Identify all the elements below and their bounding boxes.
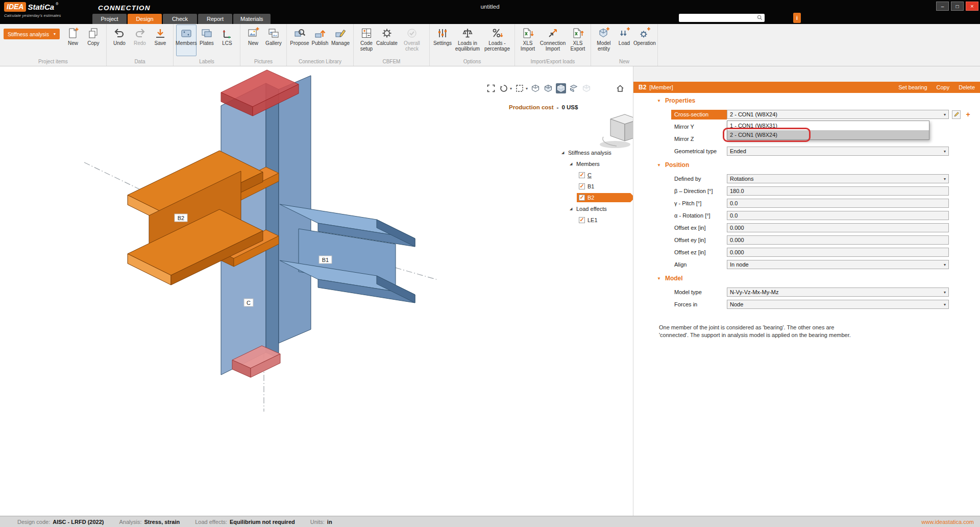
manage-button[interactable]: Manage: [330, 25, 351, 56]
3d-viewport[interactable]: B2 B1 C ▾ ▾: [0, 66, 633, 516]
section-position[interactable]: ▼ Position: [633, 157, 980, 173]
model-type-dropdown[interactable]: N-Vy-Vz-Mx-My-Mz ▾: [727, 288, 949, 297]
navigation-cube[interactable]: [600, 114, 633, 148]
edit-cross-section-button[interactable]: [952, 110, 961, 119]
tree-expander-icon[interactable]: ◢: [561, 151, 566, 155]
tree-item-member-b1[interactable]: ✓ B1: [561, 181, 633, 192]
add-cross-section-button[interactable]: +: [964, 110, 972, 119]
status-bar: Design code: AISC - LRFD (2022) Analysis…: [0, 516, 980, 527]
tab-design[interactable]: Design: [128, 14, 162, 24]
tab-project[interactable]: Project: [92, 14, 127, 24]
settings-button[interactable]: Settings: [432, 25, 453, 56]
labels-members-toggle[interactable]: Members: [176, 25, 197, 56]
new-picture-button[interactable]: New: [243, 25, 263, 56]
orbit-icon[interactable]: [499, 83, 509, 93]
defined-by-dropdown[interactable]: Rotations ▾: [727, 174, 949, 183]
cross-section-option-1[interactable]: 1 - CON1 (W8X31): [727, 121, 929, 130]
offset-ex-input[interactable]: 0.000: [727, 223, 949, 232]
loads-percentage-button[interactable]: Loads - percentage: [482, 25, 512, 56]
document-title: untitled: [480, 4, 499, 10]
website-link[interactable]: www.ideastatica.com: [921, 519, 974, 525]
analysis-type-dropdown[interactable]: Stiffness analysis▾: [4, 29, 60, 39]
calculate-button[interactable]: Calculate: [377, 25, 397, 56]
gamma-pitch-input[interactable]: 0.0: [727, 199, 949, 208]
home-view-icon[interactable]: [615, 83, 625, 93]
tab-check[interactable]: Check: [163, 14, 197, 24]
help-button[interactable]: i: [793, 13, 801, 23]
redo-button[interactable]: Redo: [130, 25, 150, 56]
view-transparent-icon[interactable]: [581, 83, 592, 93]
xls-import-button[interactable]: XLS Import: [518, 25, 538, 56]
overall-check-button[interactable]: Overall check: [397, 25, 427, 56]
tab-materials[interactable]: Materials: [233, 14, 271, 24]
cross-section-option-2[interactable]: 2 - CON1 (W8X24): [727, 130, 929, 139]
load-button[interactable]: Load: [614, 25, 634, 56]
view-plates-icon[interactable]: [569, 83, 579, 93]
beta-direction-input[interactable]: 180.0: [727, 186, 949, 196]
group-label: CBFEM: [356, 59, 427, 66]
checkbox-checked-icon[interactable]: ✓: [579, 183, 585, 189]
tree-expander-icon[interactable]: ◢: [570, 162, 574, 166]
geometrical-type-dropdown[interactable]: Ended ▾: [727, 147, 949, 156]
offset-ez-input[interactable]: 0.000: [727, 248, 949, 257]
view-wireframe-icon[interactable]: [530, 83, 541, 93]
minimize-button[interactable]: –: [936, 2, 949, 11]
maximize-button[interactable]: □: [951, 2, 964, 11]
tree-item-members[interactable]: ◢ Members: [561, 158, 633, 170]
code-setup-button[interactable]: Code setup: [356, 25, 377, 56]
checkbox-checked-icon[interactable]: ✓: [579, 217, 585, 223]
operation-button[interactable]: Operation: [634, 25, 655, 56]
selection-mode-icon[interactable]: [514, 83, 525, 93]
undo-button[interactable]: Undo: [109, 25, 130, 56]
set-bearing-button[interactable]: Set bearing: [898, 84, 927, 90]
status-units: Units: in: [310, 519, 332, 525]
section-collapse-icon[interactable]: ▼: [657, 163, 661, 167]
search-input[interactable]: [681, 15, 757, 21]
tab-report[interactable]: Report: [198, 14, 232, 24]
chevron-down-icon: ▾: [944, 302, 946, 307]
group-label: New: [594, 59, 655, 66]
model-entity-button[interactable]: Model entity: [594, 25, 614, 56]
search-box[interactable]: [679, 14, 765, 22]
propose-button[interactable]: Propose: [289, 25, 310, 56]
section-collapse-icon[interactable]: ▼: [657, 99, 661, 103]
publish-button[interactable]: Publish: [310, 25, 330, 56]
labels-lcs-toggle[interactable]: LCS: [217, 25, 237, 56]
forces-in-dropdown[interactable]: Node ▾: [727, 300, 949, 309]
xls-export-button[interactable]: XLS Export: [568, 25, 588, 56]
copy-member-button[interactable]: Copy: [937, 84, 950, 90]
chevron-down-icon[interactable]: ▾: [510, 86, 512, 91]
cross-section-dropdown[interactable]: 2 - CON1 (W8X24) ▾: [727, 110, 949, 119]
tree-item-member-b2-selected[interactable]: ✓ B2: [561, 192, 633, 203]
tree-item-stiffness-analysis[interactable]: ◢ Stiffness analysis: [561, 147, 633, 158]
view-solid-icon[interactable]: [556, 83, 566, 93]
delete-member-button[interactable]: Delete: [959, 84, 975, 90]
save-button[interactable]: Save: [150, 25, 170, 56]
checkbox-checked-icon[interactable]: ✓: [579, 195, 585, 201]
tree-item-le1[interactable]: ✓ LE1: [561, 214, 633, 226]
tree-item-load-effects[interactable]: ◢ Load effects: [561, 203, 633, 214]
section-properties[interactable]: ▼ Properties: [633, 93, 980, 108]
gallery-button[interactable]: Gallery: [263, 25, 284, 56]
new-project-item-button[interactable]: New: [63, 25, 83, 56]
loads-in-equilibrium-button[interactable]: Loads in equilibrium: [453, 25, 482, 56]
selected-item-highlight[interactable]: ✓ B2: [577, 193, 633, 202]
align-dropdown[interactable]: In node ▾: [727, 260, 949, 269]
checkbox-checked-icon[interactable]: ✓: [579, 172, 585, 178]
close-button[interactable]: ×: [966, 2, 978, 11]
chevron-down-icon[interactable]: ▾: [526, 86, 528, 91]
zoom-fit-icon[interactable]: [486, 83, 496, 93]
alpha-rotation-input[interactable]: 0.0: [727, 211, 949, 220]
tree-item-member-c[interactable]: ✓ C: [561, 170, 633, 181]
connection-import-button[interactable]: Connection Import: [538, 25, 568, 56]
view-shaded-edges-icon[interactable]: [543, 83, 553, 93]
row-gamma-pitch: γ - Pitch [°] 0.0: [633, 197, 980, 209]
tree-expander-icon[interactable]: ◢: [570, 207, 574, 211]
viewport-toolbar: ▾ ▾: [486, 83, 625, 93]
section-collapse-icon[interactable]: ▼: [657, 276, 661, 281]
copy-project-item-button[interactable]: Copy: [83, 25, 104, 56]
labels-plates-toggle[interactable]: Plates: [197, 25, 217, 56]
offset-ey-input[interactable]: 0.000: [727, 235, 949, 245]
section-model[interactable]: ▼ Model: [633, 271, 980, 286]
production-cost-label: Production cost: [509, 104, 554, 110]
